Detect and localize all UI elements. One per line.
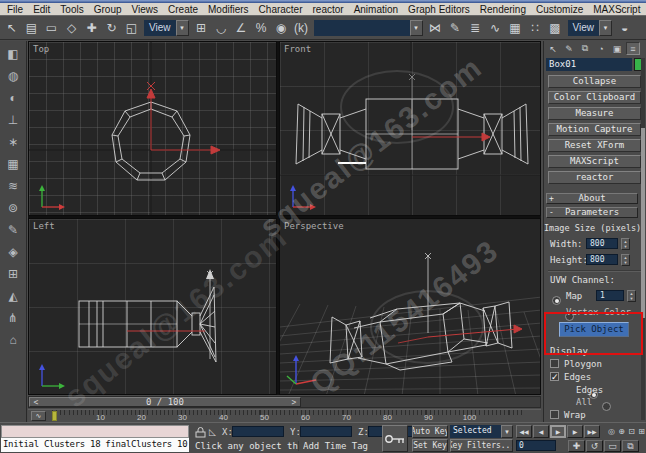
zoom-extents-icon[interactable]: ⊡ <box>627 425 636 438</box>
toolbox-icon-11[interactable]: ⊞ <box>8 268 18 280</box>
menu-item[interactable]: Create <box>163 4 203 15</box>
quick-render-icon[interactable]: ◒ <box>615 18 634 37</box>
width-field[interactable]: 800 <box>586 238 618 249</box>
align-icon[interactable]: ✎ <box>446 18 465 37</box>
toolbox-icon-1[interactable]: ◧ <box>7 48 18 60</box>
viewport-left[interactable]: Left <box>28 218 277 395</box>
current-frame-field[interactable]: 0 <box>516 440 556 451</box>
select-manipulate-icon[interactable]: ⊞ <box>192 18 211 37</box>
menu-item[interactable]: Animation <box>349 4 403 15</box>
key-selection-value[interactable]: Selected <box>450 425 501 438</box>
map-radio[interactable] <box>552 296 561 305</box>
viewport-top[interactable]: Top <box>28 41 277 216</box>
previous-frame-button[interactable]: ◀ <box>533 425 549 438</box>
toolbox-icon-9[interactable]: ✎ <box>8 224 18 236</box>
time-slider-track[interactable]: < 0 / 100 > <box>28 396 541 408</box>
toolbox-icon-10[interactable]: ◈ <box>8 246 17 258</box>
tab-motion-icon[interactable]: ◔ <box>594 42 608 55</box>
named-selection-value[interactable] <box>314 20 410 36</box>
named-selection-sets-dropdown[interactable]: ▼ <box>314 20 423 36</box>
select-by-name-icon[interactable]: ▤ <box>22 18 41 37</box>
dropdown-arrow-icon[interactable]: ▼ <box>176 20 189 36</box>
motion-capture-button[interactable]: Motion Capture <box>548 123 641 136</box>
height-spinner[interactable] <box>621 254 630 266</box>
menu-item[interactable]: Modifiers <box>203 4 254 15</box>
y-coordinate-field[interactable] <box>300 426 352 437</box>
toolbox-icon-4[interactable]: ⊥ <box>8 114 18 126</box>
rollout-parameters[interactable]: - Parameters <box>546 207 638 218</box>
play-button[interactable]: ▶ <box>550 425 566 438</box>
tab-utilities-icon[interactable]: ≡ <box>626 42 640 55</box>
toolbox-icon-12[interactable]: ◭ <box>8 290 17 302</box>
dropdown-arrow-icon[interactable]: ▼ <box>410 20 423 36</box>
toolbox-icon-14[interactable]: ⌂ <box>9 334 16 346</box>
current-frame-marker[interactable] <box>52 411 57 421</box>
render-setup-icon[interactable]: ▩ <box>546 18 565 37</box>
wrap-checkbox[interactable] <box>550 410 559 419</box>
angle-snap-icon[interactable]: ∠ <box>232 18 251 37</box>
toolbox-icon-5[interactable]: ∗ <box>8 136 18 148</box>
material-editor-icon[interactable]: ∷ <box>526 18 545 37</box>
percent-snap-icon[interactable]: % <box>252 18 271 37</box>
track-bar[interactable]: ∿ 102030405060708090100 <box>28 409 541 422</box>
dropdown-arrow-icon[interactable]: ▼ <box>501 425 513 438</box>
reset-xform-button[interactable]: Reset XForm <box>548 139 641 152</box>
toolbox-icon-7[interactable]: ≋ <box>8 180 18 192</box>
region-zoom-icon[interactable]: ▭ <box>604 440 621 452</box>
tab-display-icon[interactable]: ▣ <box>610 42 624 55</box>
rollout-about[interactable]: + About <box>546 193 638 204</box>
tab-create-icon[interactable]: ↖ <box>546 42 560 55</box>
keyboard-override-icon[interactable]: (k) <box>292 18 311 37</box>
panel-scrollbar[interactable] <box>641 58 645 420</box>
render-type-dropdown[interactable]: View ▼ <box>568 20 613 36</box>
dropdown-arrow-icon[interactable]: ▼ <box>599 20 612 36</box>
pick-object-button[interactable]: Pick Object <box>559 322 629 337</box>
menu-item[interactable]: MAXScript <box>588 4 645 15</box>
color-clipboard-button[interactable]: Color Clipboard <box>548 91 641 104</box>
curve-editor-icon[interactable]: ∿ <box>486 18 505 37</box>
select-move-icon[interactable]: ✚ <box>82 18 101 37</box>
viewport-front[interactable]: Front <box>279 41 541 216</box>
set-keys-button[interactable] <box>382 425 408 452</box>
arc-rotate-icon[interactable]: ↺ <box>586 440 603 452</box>
render-type-value[interactable]: View <box>568 20 600 36</box>
add-time-tag[interactable]: Add Time Tag <box>303 441 379 451</box>
toolbox-icon-2[interactable]: ◍ <box>8 70 18 82</box>
all-radio[interactable] <box>602 402 611 411</box>
reference-coordinate-value[interactable]: View <box>144 20 176 36</box>
next-frame-arrow-icon[interactable]: > <box>288 398 300 407</box>
zoom-all-icon[interactable]: ⊕ <box>617 425 626 438</box>
menu-item[interactable]: Graph Editors <box>403 4 475 15</box>
rect-selection-region-icon[interactable]: ▭ <box>42 18 61 37</box>
previous-frame-arrow-icon[interactable]: < <box>30 398 42 407</box>
toolbox-icon-6[interactable]: ▦ <box>7 158 18 170</box>
collapse-button[interactable]: Collapse <box>548 75 641 88</box>
go-to-end-button[interactable]: ▶▶ <box>584 425 600 438</box>
schematic-view-icon[interactable]: ▦ <box>506 18 525 37</box>
width-spinner[interactable] <box>621 238 630 250</box>
viewport-perspective[interactable]: Perspective <box>279 218 541 395</box>
menu-item[interactable]: Customize <box>531 4 588 15</box>
reference-coordinate-dropdown[interactable]: View ▼ <box>144 20 189 36</box>
menu-item[interactable]: Rendering <box>475 4 531 15</box>
measure-button[interactable]: Measure <box>548 107 641 120</box>
edges-checkbox[interactable]: ✓ <box>550 372 559 381</box>
map-channel-spinner[interactable] <box>627 290 636 302</box>
x-coordinate-field[interactable] <box>232 426 284 437</box>
tab-modify-icon[interactable]: ✎ <box>562 42 576 55</box>
set-key-button[interactable]: Set Key <box>412 439 448 452</box>
mini-curve-editor-button[interactable]: ∿ <box>31 411 46 421</box>
map-channel-field[interactable]: 1 <box>596 290 624 301</box>
next-frame-button[interactable]: ▶ <box>567 425 583 438</box>
ploygon-checkbox[interactable] <box>550 359 559 368</box>
selection-filter-icon[interactable]: ◇ <box>62 18 81 37</box>
height-field[interactable]: 800 <box>586 254 618 265</box>
panel-scrollbar-thumb[interactable] <box>641 128 645 318</box>
menu-item[interactable]: Tools <box>55 4 88 15</box>
mirror-icon[interactable]: ⋈ <box>426 18 445 37</box>
key-filters-button[interactable]: Key Filters... <box>450 439 513 452</box>
time-slider-handle[interactable]: < 0 / 100 > <box>29 397 301 407</box>
select-rotate-icon[interactable]: ↻ <box>102 18 121 37</box>
toolbox-icon-8[interactable]: ⊚ <box>8 202 18 214</box>
menu-item[interactable]: reactor <box>308 4 349 15</box>
